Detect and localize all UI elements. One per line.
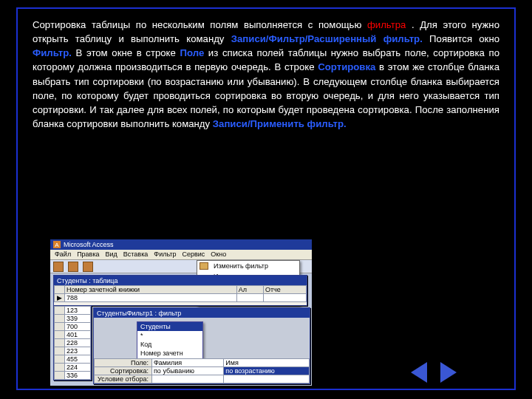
col-cut2[interactable]: Отче — [264, 286, 307, 294]
table-rows-continued: 123 339 700 401 228 223 455 224 336 — [53, 306, 92, 381]
col-cut[interactable]: Ал — [236, 286, 263, 294]
filter-window-title: СтудентыФильтр1 : фильтр — [94, 308, 310, 318]
design-cell-sort2[interactable]: по возрастанию — [224, 367, 310, 375]
slide-nav — [411, 362, 457, 383]
hl-filter: фильтра — [367, 19, 406, 30]
cell[interactable]: 788 — [65, 294, 237, 302]
menu-window[interactable]: Окно — [211, 250, 226, 259]
col-number[interactable]: Номер зачетной книжки — [65, 286, 237, 294]
menu-insert[interactable]: Вставка — [123, 250, 148, 259]
toolbar-icon[interactable] — [53, 262, 64, 272]
cell[interactable]: 700 — [65, 323, 91, 331]
row-selector[interactable]: ▶ — [55, 294, 65, 302]
menu-view[interactable]: Вид — [106, 250, 117, 259]
hl-sort: Сортировка — [318, 61, 375, 72]
toolbar-icon[interactable] — [68, 262, 78, 272]
hl-cmd-records-filter-advanced: Записи/Фильтр/Расширенный фильтр. — [231, 33, 423, 44]
menu-filter[interactable]: Фильтр — [154, 250, 176, 259]
hl-window-filter: Фильтр. — [33, 47, 72, 58]
row-selector-header — [55, 286, 65, 294]
cell[interactable]: 336 — [65, 372, 91, 380]
cell[interactable]: 401 — [65, 331, 91, 339]
filter-design-grid: Поле: Фамилия Имя Сортировка: по убывани… — [94, 358, 310, 383]
field-list-header: Студенты — [137, 322, 202, 331]
funnel-icon — [200, 262, 208, 270]
toolbar-icon[interactable] — [83, 262, 93, 272]
design-cell-field1[interactable]: Фамилия — [152, 359, 224, 367]
embedded-screenshot: A Microsoft Access Файл Правка Вид Встав… — [50, 239, 312, 386]
menu-file[interactable]: Файл — [55, 250, 71, 259]
body-text: Сортировка таблицы по нескольким полям в… — [33, 18, 499, 131]
app-title: Microsoft Access — [64, 241, 114, 248]
field-item-code[interactable]: Код — [137, 340, 202, 349]
menubar: Файл Правка Вид Вставка Фильтр Сервис Ок… — [50, 250, 312, 260]
filter-window: СтудентыФильтр1 : фильтр Студенты * Код … — [93, 307, 310, 384]
menu-tools[interactable]: Сервис — [183, 250, 205, 259]
app-titlebar: A Microsoft Access — [50, 239, 312, 250]
table-window: Студенты : таблица Номер зачетной книжки… — [53, 275, 307, 306]
row-label-criteria: Условие отбора: — [95, 375, 152, 383]
menu-edit[interactable]: Правка — [77, 250, 99, 259]
cell[interactable]: 455 — [65, 355, 91, 364]
row-label-field: Поле: — [95, 359, 152, 367]
access-icon: A — [53, 241, 61, 248]
slide-frame: Сортировка таблицы по нескольким полям в… — [16, 7, 516, 390]
cell[interactable]: 339 — [65, 315, 91, 323]
prev-slide-button[interactable] — [411, 362, 427, 383]
design-cell-crit1[interactable] — [152, 375, 224, 383]
design-cell-crit2[interactable] — [224, 375, 310, 383]
cell[interactable]: 224 — [65, 364, 91, 372]
hl-cmd-apply-filter: Записи/Применить фильтр. — [213, 118, 347, 129]
text-run: В этом окне в строке — [76, 47, 180, 58]
field-item-number[interactable]: Номер зачетн — [137, 349, 202, 358]
text-run: Сортировка таблицы по нескольким полям в… — [33, 19, 367, 30]
table-window-title: Студенты : таблица — [54, 276, 307, 285]
text-run: Появится окно — [429, 33, 499, 44]
row-label-sort: Сортировка: — [95, 367, 152, 375]
cell[interactable]: 228 — [65, 339, 91, 347]
field-item-star[interactable]: * — [137, 331, 202, 340]
design-cell-field2[interactable]: Имя — [224, 359, 310, 367]
students-grid: Номер зачетной книжки Ал Отче ▶788 — [54, 285, 307, 302]
next-slide-button[interactable] — [440, 362, 457, 383]
design-cell-sort1[interactable]: по убыванию — [152, 367, 224, 375]
cell[interactable]: 223 — [65, 347, 91, 355]
menu-item-edit-filter[interactable]: Изменить фильтр — [197, 261, 299, 271]
cell[interactable]: 123 — [65, 307, 91, 315]
hl-field: Поле — [180, 47, 204, 58]
